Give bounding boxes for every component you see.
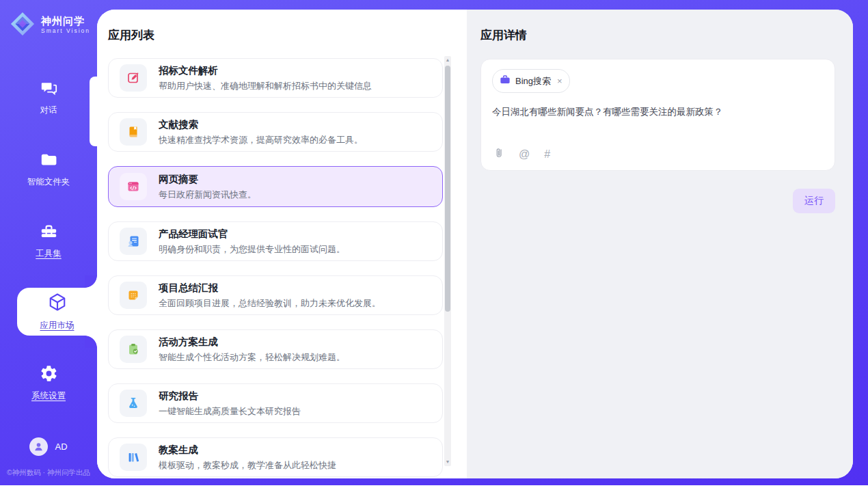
app-card-title: 研究报告 (159, 390, 301, 403)
prompt-card: Bing搜索 × 今日湖北有哪些新闻要点？有哪些需要关注的最新政策？ @ # (480, 59, 835, 171)
mention-icon[interactable]: @ (519, 148, 530, 161)
scrollbar-thumb[interactable] (445, 66, 450, 312)
gear-icon (40, 364, 58, 385)
paperclip-icon[interactable] (493, 147, 504, 161)
tool-tag-label: Bing搜索 (515, 75, 551, 87)
app-detail-panel: 应用详情 Bing搜索 × 今日湖北有哪些新闻要点？有哪些需要关注的最新政策？ (467, 10, 853, 478)
sidebar-item-smart-folder[interactable]: 智能文件夹 (0, 144, 97, 193)
sidebar-collapse-handle[interactable] (90, 77, 97, 146)
app-card-research-report[interactable]: 研究报告 一键智能生成高质量长文本研究报告 (108, 383, 443, 423)
user-name: AD (55, 442, 67, 452)
sidebar: 神州问学 Smart Vision 对话 (0, 0, 97, 485)
close-icon[interactable]: × (557, 76, 562, 86)
diamond-logo-icon (10, 11, 36, 40)
hash-icon[interactable]: # (544, 148, 550, 161)
app-card-description: 智能生成个性化活动方案，轻松解决规划难题。 (159, 351, 345, 364)
sidebar-item-label: 工具集 (36, 248, 62, 260)
briefcase-icon (500, 74, 511, 87)
app-card-list: 招标文件解析 帮助用户快速、准确地理解和解析招标书中的关键信息 文献搜索 (108, 58, 443, 477)
copyright-text: ©神州数码 · 神州问学出品 (0, 468, 97, 478)
cube-icon (47, 292, 68, 315)
folder-icon (40, 150, 58, 172)
app-list-panel: 应用列表 招标文件解析 帮助用户快速、准确地理解和解析招标书中的关键信息 (97, 10, 467, 478)
prompt-input[interactable]: 今日湖北有哪些新闻要点？有哪些需要关注的最新政策？ (492, 106, 824, 118)
sidebar-item-toolset[interactable]: 工具集 (0, 216, 97, 265)
app-card-title: 产品经理面试官 (159, 228, 345, 241)
app-card-title: 项目总结汇报 (159, 282, 381, 295)
app-card-literature-search[interactable]: 文献搜索 快速精准查找学术资源，提高研究效率的必备工具。 (108, 112, 443, 152)
app-card-pm-interviewer[interactable]: 产品经理面试官 明确身份和职责，为您提供专业性的面试问题。 (108, 221, 443, 261)
sidebar-item-app-market[interactable]: 应用市场 (17, 288, 97, 336)
avatar (29, 437, 48, 456)
app-card-web-summary[interactable]: 网页摘要 每日政府新闻资讯快查。 (108, 166, 443, 207)
scroll-down-icon[interactable]: ▼ (446, 458, 450, 466)
app-list-title: 应用列表 (108, 27, 467, 42)
sidebar-item-label: 系统设置 (31, 390, 66, 402)
webpage-icon (120, 173, 147, 200)
brand-subtitle: Smart Vision (41, 28, 90, 34)
sidebar-item-chat[interactable]: 对话 (0, 72, 97, 122)
bid-document-icon (120, 64, 147, 92)
research-flask-icon (120, 390, 147, 417)
app-card-title: 教案生成 (159, 444, 336, 457)
app-card-title: 网页摘要 (159, 173, 256, 186)
brand-name: 神州问学 (41, 16, 90, 27)
app-card-title: 文献搜索 (159, 118, 363, 131)
app-detail-title: 应用详情 (480, 27, 835, 42)
app-card-title: 招标文件解析 (159, 64, 372, 77)
interviewer-icon (120, 228, 147, 255)
literature-book-icon (120, 118, 147, 146)
summary-note-icon (120, 282, 147, 309)
teaching-books-icon (120, 444, 147, 471)
run-button[interactable]: 运行 (793, 189, 835, 213)
app-card-title: 活动方案生成 (159, 336, 345, 349)
app-card-project-summary[interactable]: 项目总结汇报 全面回顾项目进展，总结经验教训，助力未来优化发展。 (108, 275, 443, 315)
attachment-toolbar: @ # (493, 147, 550, 161)
app-card-description: 快速精准查找学术资源，提高研究效率的必备工具。 (159, 134, 363, 146)
app-frame: 神州问学 Smart Vision 对话 (0, 0, 868, 485)
app-card-description: 全面回顾项目进展，总结经验教训，助力未来优化发展。 (159, 297, 381, 310)
tool-tag-bing-search[interactable]: Bing搜索 × (492, 69, 570, 93)
scroll-up-icon[interactable]: ▲ (446, 56, 450, 64)
sidebar-item-settings[interactable]: 系统设置 (0, 358, 97, 407)
app-card-lesson-plan[interactable]: 教案生成 模板驱动，教案秒成，教学准备从此轻松快捷 (108, 437, 443, 477)
app-card-bid-analysis[interactable]: 招标文件解析 帮助用户快速、准确地理解和解析招标书中的关键信息 (108, 58, 443, 98)
app-card-description: 一键智能生成高质量长文本研究报告 (159, 405, 301, 418)
sidebar-item-label: 对话 (40, 105, 57, 116)
main-window: 应用列表 招标文件解析 帮助用户快速、准确地理解和解析招标书中的关键信息 (97, 10, 853, 478)
sidebar-item-label: 应用市场 (40, 320, 74, 331)
sidebar-nav: 对话 智能文件夹 (0, 72, 97, 407)
toolbox-icon (40, 222, 58, 243)
app-card-activity-plan[interactable]: 活动方案生成 智能生成个性化活动方案，轻松解决规划难题。 (108, 329, 443, 369)
chat-icon (40, 79, 58, 100)
app-card-description: 帮助用户快速、准确地理解和解析招标书中的关键信息 (159, 80, 372, 92)
sidebar-item-label: 智能文件夹 (27, 176, 70, 188)
app-card-description: 每日政府新闻资讯快查。 (159, 189, 256, 201)
list-scrollbar[interactable]: ▲ ▼ (444, 56, 451, 466)
activity-plan-icon (120, 336, 147, 363)
app-card-description: 明确身份和职责，为您提供专业性的面试问题。 (159, 243, 345, 256)
user-account[interactable]: AD (0, 437, 97, 456)
brand-logo: 神州问学 Smart Vision (0, 0, 97, 40)
app-card-description: 模板驱动，教案秒成，教学准备从此轻松快捷 (159, 459, 336, 472)
